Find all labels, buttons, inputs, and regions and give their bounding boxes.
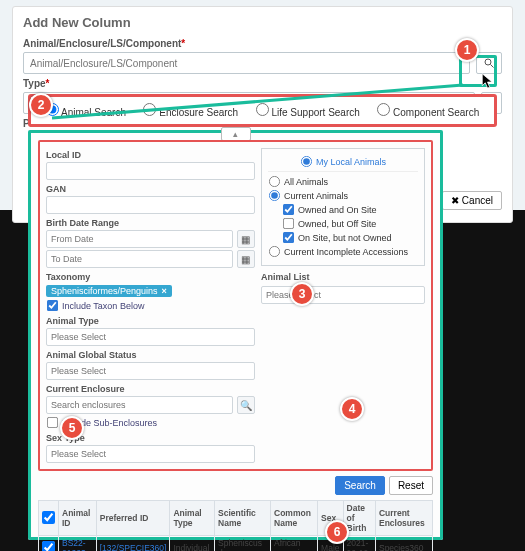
incomplete-accessions-radio[interactable] [269,246,280,257]
callout-5: 5 [60,416,84,440]
callout-3: 3 [290,282,314,306]
ags-label: Animal Global Status [46,350,255,360]
local-id-label: Local ID [46,150,255,160]
search-mode-group: Animal Search Enclosure Search Life Supp… [28,94,497,127]
taxonomy-label: Taxonomy [46,272,255,282]
animal-enclosure-input[interactable] [23,52,470,74]
cell-sci: Spheniscus demersus [215,536,271,552]
search-panel: ▴ Local ID GAN Birth Date Range ▦ ▦ Taxo… [28,130,443,540]
select-all-check[interactable] [42,511,55,524]
sex-type-select[interactable] [46,445,255,463]
ags-select[interactable] [46,362,255,380]
dialog-title: Add New Column [23,15,502,30]
results-table: Animal ID Preferred ID Animal Type Scien… [38,500,433,551]
all-animals-radio[interactable] [269,176,280,187]
from-date-input[interactable] [46,230,233,248]
cursor-icon [481,73,497,93]
local-id-input[interactable] [46,162,255,180]
calendar-icon[interactable]: ▦ [237,250,255,268]
gan-input[interactable] [46,196,255,214]
animal-type-label: Animal Type [46,316,255,326]
col-scientific-name[interactable]: Scientific Name [215,501,271,536]
col-common-name[interactable]: Common Name [271,501,318,536]
mode-enclosure[interactable]: Enclosure Search [143,103,238,118]
svg-line-1 [491,65,494,68]
row-check[interactable] [42,541,55,552]
svg-point-0 [485,59,491,65]
owned-on-site-check[interactable] [283,204,294,215]
owned-off-site-check[interactable] [283,218,294,229]
table-row[interactable]: BS22-01263[132/SPECIE360]IndividualSphen… [39,536,433,552]
on-site-not-owned-check[interactable] [283,232,294,243]
field-animal-label: Animal/Enclosure/LS/Component* [23,38,502,49]
calendar-icon[interactable]: ▦ [237,230,255,248]
to-date-input[interactable] [46,250,233,268]
include-taxon-below[interactable]: Include Taxon Below [46,299,255,312]
reset-button[interactable]: Reset [389,476,433,495]
collapse-handle[interactable]: ▴ [221,127,251,141]
mode-life-support[interactable]: Life Support Search [256,103,360,118]
cancel-button[interactable]: ✖ Cancel [442,191,502,210]
enclosure-search-input[interactable] [46,396,233,414]
taxonomy-tag[interactable]: Sphenisciformes/Penguins× [46,285,172,297]
birth-date-label: Birth Date Range [46,218,255,228]
gan-label: GAN [46,184,255,194]
cell-type: Individual [170,536,215,552]
search-icon [483,57,495,69]
animal-list-label: Animal List [261,272,425,282]
my-local-animals-radio[interactable] [301,156,312,167]
callout-2: 2 [29,93,53,117]
current-animals-radio[interactable] [269,190,280,201]
col-animal-id[interactable]: Animal ID [59,501,97,536]
current-enclosure-label: Current Enclosure [46,384,255,394]
cell-preferred-id[interactable]: [132/SPECIE360] [96,536,170,552]
field-type-label: Type* [23,78,502,89]
cell-common: African penguin [271,536,318,552]
cell-dob: 2021-06-10 [343,536,375,552]
animal-list-select[interactable] [261,286,425,304]
remove-tag-icon[interactable]: × [162,286,167,296]
open-search-button[interactable] [476,52,502,74]
mode-component[interactable]: Component Search [377,103,479,118]
cell-animal-id[interactable]: BS22-01263 [59,536,97,552]
animal-type-select[interactable] [46,328,255,346]
callout-4: 4 [340,397,364,421]
mode-animal[interactable]: Animal Search [46,103,126,118]
callout-6: 6 [325,520,349,544]
animal-scope-box: My Local Animals All Animals Current Ani… [261,148,425,266]
cell-enc: Species360 [375,536,432,552]
col-enclosure[interactable]: Current Enclosures [375,501,432,536]
col-preferred-id[interactable]: Preferred ID [96,501,170,536]
col-animal-type[interactable]: Animal Type [170,501,215,536]
search-button[interactable]: Search [335,476,385,495]
callout-1: 1 [455,38,479,62]
search-icon[interactable]: 🔍 [237,396,255,414]
